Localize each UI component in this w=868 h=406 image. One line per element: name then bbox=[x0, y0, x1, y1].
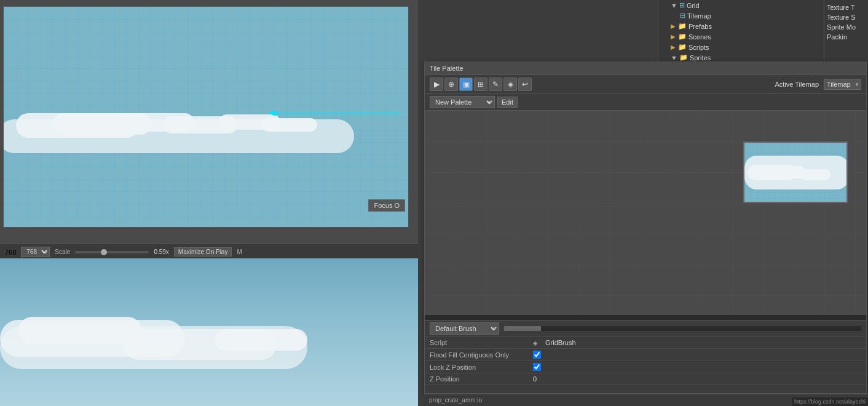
focus-button[interactable]: Focus O bbox=[368, 199, 405, 212]
watermark: https://blog.csdn.net/alayeshi bbox=[792, 397, 868, 406]
brush-dropdown-wrapper[interactable]: Default Brush bbox=[430, 322, 499, 335]
grid-expand-icon: ▼ bbox=[671, 2, 677, 9]
brush-scrollbar[interactable] bbox=[504, 326, 861, 331]
tile-palette-header: Tile Palette bbox=[425, 62, 866, 75]
resolution-label: 768 bbox=[5, 249, 16, 256]
sprites-icon: 📁 bbox=[679, 54, 688, 62]
scenes-label: Scenes bbox=[688, 33, 711, 41]
flood-fill-row: Flood Fill Contiguous Only bbox=[425, 349, 866, 361]
scene-view: Focus O bbox=[0, 0, 418, 258]
new-palette-dropdown-wrapper[interactable]: New Palette bbox=[430, 96, 495, 108]
maximize-play-button[interactable]: Maximize On Play bbox=[174, 247, 232, 257]
flood-fill-label: Flood Fill Contiguous Only bbox=[430, 351, 528, 359]
scale-value: 0.59x bbox=[154, 249, 168, 255]
scene-canvas[interactable]: Focus O bbox=[3, 6, 409, 228]
scale-thumb[interactable] bbox=[101, 249, 107, 255]
scale-track[interactable] bbox=[75, 251, 149, 253]
sprites-label: Sprites bbox=[690, 54, 711, 62]
prefabs-label: Prefabs bbox=[688, 23, 712, 30]
game-clouds bbox=[0, 271, 418, 394]
tile-palette-toolbar: ▶ ⊕ ▣ ⊞ ✎ ◈ ↩ Active Tilemap Tilemap bbox=[425, 75, 866, 94]
tool-grid-button[interactable]: ⊞ bbox=[474, 78, 487, 91]
tilemap-icon: ⊟ bbox=[680, 12, 685, 20]
tool-undo-button[interactable]: ↩ bbox=[518, 78, 532, 91]
palette-row: New Palette Edit bbox=[425, 94, 866, 111]
script-label: Script bbox=[430, 339, 528, 346]
texture-type-label: Texture T bbox=[827, 4, 855, 11]
scripts-folder-icon: ▶ bbox=[671, 44, 676, 50]
texture-s-row: Texture S bbox=[827, 12, 866, 22]
scale-bar: 768 768 Scale 0.59x Maximize On Play M bbox=[0, 244, 418, 260]
packing-row: Packin bbox=[827, 32, 866, 42]
lock-z-checkbox[interactable] bbox=[533, 363, 541, 371]
tilemap-dropdown[interactable]: Tilemap bbox=[824, 79, 861, 90]
script-value: GridBrush bbox=[545, 339, 576, 346]
tilemap-label: Tilemap bbox=[687, 12, 711, 20]
script-row: Script ◈ GridBrush bbox=[425, 337, 866, 349]
texture-s-label: Texture S bbox=[827, 14, 855, 21]
edit-button[interactable]: Edit bbox=[497, 97, 518, 108]
grid-label: Grid bbox=[687, 2, 700, 9]
brush-settings: Default Brush Script ◈ GridBrush Flood F… bbox=[425, 320, 866, 385]
flood-fill-checkbox[interactable] bbox=[533, 351, 541, 359]
tool-focus-button[interactable]: ⊕ bbox=[444, 78, 458, 91]
scripts-label: Scripts bbox=[688, 44, 709, 51]
resolution-dropdown-wrapper[interactable]: 768 bbox=[21, 247, 50, 257]
bottom-bar-text: prop_crate_amm:io bbox=[429, 397, 482, 404]
z-position-row: Z Position 0 bbox=[425, 373, 866, 385]
horizontal-scrollbar[interactable] bbox=[425, 315, 866, 320]
grid-scene-icon: ⊞ bbox=[679, 1, 685, 9]
lock-z-row: Lock Z Position bbox=[425, 361, 866, 373]
active-tilemap-row: Active Tilemap Tilemap bbox=[775, 79, 861, 90]
game-view bbox=[0, 258, 418, 406]
active-tilemap-label: Active Tilemap bbox=[775, 81, 819, 88]
scripts-icon: 📁 bbox=[678, 43, 687, 51]
tool-play-button[interactable]: ▶ bbox=[430, 78, 443, 91]
tile-thumbnail bbox=[743, 141, 848, 203]
brush-dropdown[interactable]: Default Brush bbox=[430, 322, 499, 335]
resolution-dropdown[interactable]: 768 bbox=[21, 247, 50, 257]
z-position-value: 0 bbox=[533, 375, 537, 383]
sprite-mode-row: Sprite Mo bbox=[827, 22, 866, 32]
tile-canvas[interactable] bbox=[425, 111, 866, 320]
texture-type-row: Texture T bbox=[827, 2, 866, 12]
tool-pick-button[interactable]: ◈ bbox=[503, 78, 517, 91]
script-icon: ◈ bbox=[533, 340, 538, 346]
tilemap-dropdown-wrapper[interactable]: Tilemap bbox=[824, 79, 861, 90]
watermark-text: https://blog.csdn.net/alayeshi bbox=[794, 399, 866, 405]
tool-select-button[interactable]: ▣ bbox=[459, 78, 473, 91]
lock-z-label: Lock Z Position bbox=[430, 364, 528, 371]
sprites-expand-icon: ▼ bbox=[671, 54, 677, 62]
tool-pencil-button[interactable]: ✎ bbox=[489, 78, 502, 91]
scenes-folder-icon: ▶ bbox=[671, 33, 676, 40]
z-position-label: Z Position bbox=[430, 375, 528, 383]
brush-dropdown-row: Default Brush bbox=[425, 320, 866, 337]
scenes-icon: 📁 bbox=[678, 33, 687, 41]
prefabs-folder-icon: ▶ bbox=[671, 23, 676, 30]
tile-palette-window: Tile Palette ▶ ⊕ ▣ ⊞ ✎ ◈ ↩ Active Tilema… bbox=[424, 62, 867, 394]
prefabs-icon: 📁 bbox=[678, 22, 687, 30]
scene-clouds bbox=[4, 92, 408, 178]
inspector-panel: Texture T Texture S Sprite Mo Packin bbox=[824, 0, 868, 62]
maximize-short: M bbox=[237, 249, 242, 255]
packing-label: Packin bbox=[827, 33, 847, 41]
tile-palette-title: Tile Palette bbox=[430, 65, 464, 72]
new-palette-dropdown[interactable]: New Palette bbox=[430, 96, 495, 108]
sprite-mode-label: Sprite Mo bbox=[827, 23, 856, 31]
scale-label: Scale bbox=[55, 249, 70, 255]
